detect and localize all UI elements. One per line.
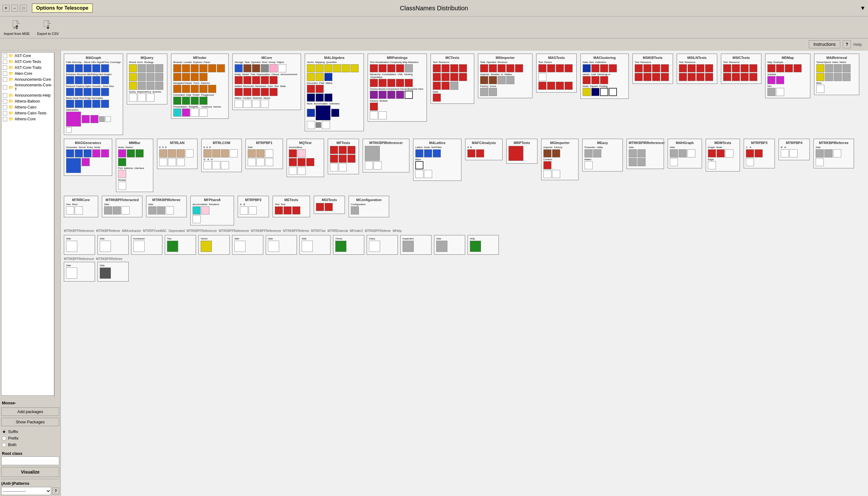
tree-item-announcements-core[interactable]: 📁 Announcements-Core xyxy=(2,76,54,82)
tree-item-ast-core-tests[interactable]: 📁 AST-Core-Tests xyxy=(2,59,54,64)
tree-item-announcements-help[interactable]: 📁 Announcements-Help xyxy=(2,92,54,98)
anti-patterns-label: (Anti-)Patterns xyxy=(1,481,59,486)
checkbox-ast-core[interactable] xyxy=(3,53,7,58)
package-title-mrptests: MRPTests xyxy=(509,141,535,145)
package-mtrpbp3: MTRPBP3 C A xyxy=(744,139,775,168)
package-title-mtrlan: MTRLAN xyxy=(159,141,195,145)
tree-item-ast-core-traits[interactable]: 📁 AST-Core-Traits xyxy=(2,64,54,71)
tree-item-announcements-core-t[interactable]: 📁 Announcements-Core-T xyxy=(2,82,54,92)
options-label: Options for Telescope xyxy=(32,3,93,13)
maximize-button[interactable]: □ xyxy=(20,5,27,12)
folder-icon-athens-cairo: 📁 xyxy=(9,105,13,109)
package-mahgraph: MAHGraph Side xyxy=(668,139,702,168)
checkbox-alien-core[interactable] xyxy=(3,72,7,76)
package-title-magraph: MAGraph xyxy=(66,56,121,60)
root-class-input[interactable] xyxy=(1,456,59,465)
label-mtrkbpfreferee: MTRKBPFReferee xyxy=(283,229,309,233)
instructions-button[interactable]: Instructions xyxy=(809,40,840,48)
window-controls: ✕ ─ □ xyxy=(0,5,29,12)
package-mftests: MFTests xyxy=(328,139,359,174)
package-mconfiguration: MConfiguration Configuration xyxy=(349,196,389,217)
package-mtrkbpireferee2: MTRKBPIReferee Side xyxy=(146,196,187,217)
checkbox-athens-cairo[interactable] xyxy=(3,105,7,109)
radio-prefix-circle[interactable] xyxy=(2,436,6,440)
folder-icon-ast-core-tests: 📁 xyxy=(9,59,13,64)
package-title-mairetrieval: MAIRetrieval xyxy=(816,56,857,60)
tree-scrollbar[interactable] xyxy=(54,52,59,398)
label-mtrkbpreferee: MTRKBPReferee xyxy=(96,229,120,233)
package-title-mrpaintings: MRPaintings xyxy=(370,56,425,60)
export-csv-button[interactable]: Export to CSV xyxy=(37,19,59,35)
package-title-msimporter: MSImporter xyxy=(480,56,530,60)
folder-icon-athens-balloon: 📁 xyxy=(9,99,13,104)
package-title-mctests: MCTests xyxy=(433,56,472,60)
package-help: Help xyxy=(468,235,499,255)
package-magtests: MAGTests TestFixture xyxy=(536,53,577,93)
radio-both[interactable]: Both xyxy=(1,441,59,448)
checkbox-athens-balloon[interactable] xyxy=(3,99,7,104)
package-title-mtrpbp4: MTRPBP4 xyxy=(781,141,807,145)
package-mtrrcore: MTRRCore One Root xyxy=(64,196,98,217)
folder-icon-ast-core-traits: 📁 xyxy=(9,65,13,70)
package-title-msilntests: MSILNTests xyxy=(679,56,715,60)
package-tree[interactable]: 📁 AST-Core 📁 AST-Core-Tests 📁 AST-Core-T… xyxy=(1,52,54,396)
anti-patterns-select[interactable]: -------------------- xyxy=(1,487,51,495)
tree-item-athens-cairo[interactable]: 📁 Athens-Cairo xyxy=(2,104,54,110)
package-title-mahgraph: MAHGraph xyxy=(670,141,700,145)
tree-item-athens-core[interactable]: 📁 Athens-Core xyxy=(2,116,54,122)
checkbox-announcements-core-t[interactable] xyxy=(3,85,7,90)
minimize-button[interactable]: ─ xyxy=(11,5,18,12)
tree-item-athens-balloon[interactable]: 📁 Athens-Balloon xyxy=(2,98,54,104)
package-title-mconfiguration: MConfiguration xyxy=(351,198,387,202)
package-side-3: Side xyxy=(300,235,331,255)
show-packages-button[interactable]: Show Packages xyxy=(1,418,59,426)
package-mairetrieval: MAIRetrieval Terms/SpeedIndexMetric Beta xyxy=(814,53,859,95)
checkbox-ast-core-tests[interactable] xyxy=(3,60,7,64)
tree-item-ast-core[interactable]: 📁 AST-Core xyxy=(2,53,54,59)
package-mdmtests: MDMTests Graph Node Edge xyxy=(706,139,740,171)
package-title-mtrkbpireferee2: MTRKBPIReferee xyxy=(148,198,184,202)
folder-icon-announcements-help: 📁 xyxy=(9,93,13,97)
tree-item-athens-cairo-tests[interactable]: 📁 Athens-Cairo-Tests xyxy=(2,110,54,116)
tree-item-alien-core[interactable]: 📁 Alien-Core xyxy=(2,71,54,76)
import-label: Import from MSE xyxy=(4,32,30,35)
radio-both-circle[interactable] xyxy=(2,443,6,447)
package-mtrkbpireferree: MTRKBPIReferree Side xyxy=(814,139,854,168)
package-side-1: Side xyxy=(232,235,263,255)
visualization-area[interactable]: MAGraph PathDecomp...BlockHBsAlgo/BTreeC… xyxy=(61,50,868,496)
package-title-mtrkbpirr: MTRKBPIRReferencer xyxy=(629,141,662,145)
checkbox-athens-core[interactable] xyxy=(3,117,7,121)
package-title-malalgebra: MALAlgebra xyxy=(307,56,362,60)
package-title-mafcanalysis: MAFCAnalysis xyxy=(467,141,500,145)
label-mtrkbpfreferencer4: MTRKBPFReferencer xyxy=(251,229,282,233)
package-side-4: Side xyxy=(434,235,465,255)
import-icon: MSE xyxy=(11,19,23,31)
checkbox-ast-core-traits[interactable] xyxy=(3,65,7,70)
checkbox-announcements-help[interactable] xyxy=(3,93,7,97)
package-mctests: MCTests TestResource xyxy=(431,53,474,104)
package-msimporter: MSImporter TaskOperatorReceiver Importer… xyxy=(478,53,532,98)
help-icon-button[interactable]: ? xyxy=(843,40,851,48)
visualize-button[interactable]: Visualize xyxy=(1,467,59,477)
package-title-mtrpbp3: MTRPBP3 xyxy=(746,141,773,145)
package-measy: MEasy Presenter Utility Maker xyxy=(582,139,623,171)
import-mse-button[interactable]: MSE Import from MSE xyxy=(4,19,30,35)
anti-patterns-section: (Anti-)Patterns -------------------- ? xyxy=(1,479,59,495)
close-button[interactable]: ✕ xyxy=(2,5,9,12)
package-malattice: MALattice Lattice Node NoPFilter Base xyxy=(413,139,462,181)
radio-suffix-circle[interactable] xyxy=(2,430,6,434)
package-title-mgitests: MGITests xyxy=(316,198,343,202)
anti-patterns-help-button[interactable]: ? xyxy=(52,487,59,494)
radio-suffix[interactable]: Suffix xyxy=(1,428,59,435)
dropdown-arrow[interactable]: ▼ xyxy=(860,5,866,12)
radio-prefix[interactable]: Prefix xyxy=(1,435,59,441)
checkbox-athens-cairo-tests[interactable] xyxy=(3,111,7,115)
packages-container: MAGraph PathDecomp...BlockHBsAlgo/BTreeC… xyxy=(64,53,865,226)
package-mrptests: MRPTests xyxy=(506,139,537,164)
label-mfinder2: MFinder2 xyxy=(350,229,363,233)
checkbox-announcements-core[interactable] xyxy=(3,77,7,82)
package-title-measy: MEasy xyxy=(584,141,621,145)
package-title-magtests: MAGTests xyxy=(539,56,575,60)
add-packages-button[interactable]: Add packages xyxy=(1,407,59,416)
package-title-mtrkbpireferencer: MTRKBPIReferencer xyxy=(365,141,407,145)
